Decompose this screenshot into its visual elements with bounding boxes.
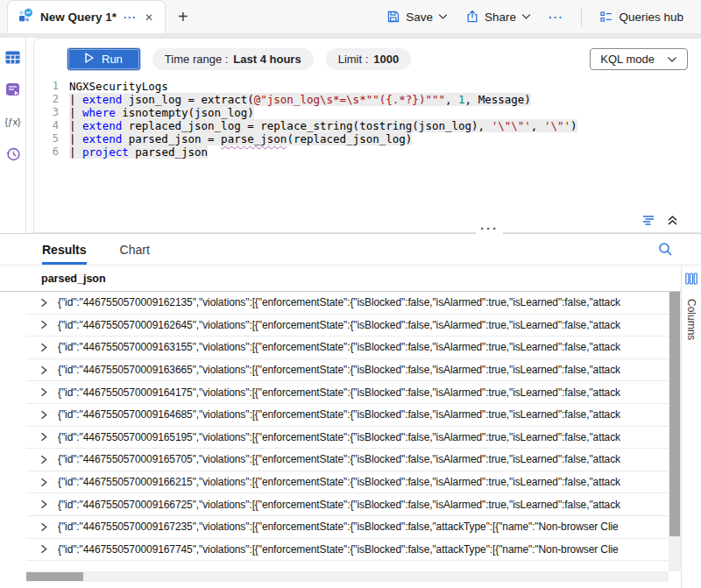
row-json-text: {"id":"4467550570009162645","violations"… [58, 319, 620, 331]
table-row[interactable]: {"id":"4467550570009166215","violations"… [26, 471, 669, 494]
save-button[interactable]: Save [381, 6, 453, 27]
grid-header-row[interactable]: parsed_json [0, 266, 681, 292]
results-view-settings-icon[interactable] [642, 215, 657, 226]
code-line[interactable]: 5| extend parsed_json = parse_json(repla… [34, 132, 700, 145]
query-mode-select[interactable]: KQL mode [590, 48, 688, 70]
play-icon [85, 53, 94, 66]
row-json-text: {"id":"4467550570009162135","violations"… [58, 296, 620, 308]
limit-picker[interactable]: Limit : 1000 [326, 48, 412, 70]
vertical-scrollbar-thumb[interactable] [669, 292, 680, 536]
table-row[interactable]: {"id":"4467550570009162135","violations"… [26, 292, 669, 315]
queryset-icon[interactable] [4, 81, 22, 98]
queries-hub-button[interactable]: Queries hub [594, 6, 689, 27]
tab-more-icon[interactable]: ··· [124, 11, 137, 24]
time-range-label: Time range : [165, 53, 229, 66]
expand-row-icon[interactable] [39, 432, 48, 442]
expand-row-icon[interactable] [39, 320, 48, 329]
table-row[interactable]: {"id":"4467550570009163155","violations"… [26, 337, 669, 359]
tab-title: New Query 1* [40, 11, 117, 24]
expand-row-icon[interactable] [39, 410, 48, 420]
run-button[interactable]: Run [67, 48, 140, 70]
line-number: 4 [34, 119, 69, 132]
row-json-text: {"id":"4467550570009164175","violations"… [58, 386, 620, 399]
more-actions-icon[interactable]: ··· [543, 11, 570, 24]
table-row[interactable]: {"id":"4467550570009167235","violations"… [26, 516, 669, 539]
left-icon-rail: {ƒx} [0, 38, 26, 233]
query-toolbar: Run Time range : Last 4 hours Limit : 10… [34, 39, 700, 78]
new-tab-button[interactable]: + [166, 8, 201, 25]
columns-panel-label: Columns [685, 299, 697, 340]
query-mode-value: KQL mode [600, 53, 655, 66]
code-editor[interactable]: 1NGXSecurityLogs2| extend json_log = ext… [34, 78, 700, 159]
query-tab[interactable]: New Query 1* ··· ✕ [7, 0, 166, 33]
search-icon[interactable] [658, 242, 673, 260]
tab-chart[interactable]: Chart [120, 234, 150, 265]
expand-row-icon[interactable] [39, 499, 48, 509]
table-row[interactable]: {"id":"4467550570009164175","violations"… [26, 381, 669, 404]
expand-row-icon[interactable] [39, 522, 48, 532]
tab-close-icon[interactable]: ✕ [144, 11, 154, 24]
table-row[interactable]: {"id":"4467550570009165705","violations"… [26, 449, 669, 471]
row-json-text: {"id":"4467550570009167745","violations"… [58, 543, 619, 556]
top-actions: Save Share ··· [381, 0, 701, 33]
row-json-text: {"id":"4467550570009166725","violations"… [58, 499, 620, 511]
share-label: Share [485, 11, 516, 24]
share-button[interactable]: Share [460, 6, 536, 27]
line-number: 5 [34, 132, 69, 145]
column-header-parsed-json[interactable]: parsed_json [41, 273, 106, 285]
table-row[interactable]: {"id":"4467550570009164685","violations"… [26, 404, 669, 427]
queries-hub-label: Queries hub [619, 11, 683, 24]
expand-row-icon[interactable] [39, 455, 48, 464]
line-number: 6 [34, 145, 69, 159]
time-range-picker[interactable]: Time range : Last 4 hours [152, 48, 314, 70]
save-chevron-down-icon [438, 13, 448, 20]
horizontal-scrollbar[interactable] [26, 571, 669, 582]
code-line[interactable]: 1NGXSecurityLogs [34, 80, 700, 93]
adx-query-icon [18, 8, 33, 26]
code-text: | extend parsed_json = parse_json(replac… [69, 132, 412, 145]
line-number: 2 [34, 93, 69, 106]
line-number: 1 [34, 80, 69, 93]
vertical-scrollbar[interactable] [669, 292, 681, 571]
share-icon [465, 10, 479, 24]
code-text: | project parsed_json [69, 145, 208, 159]
tables-icon[interactable] [4, 48, 22, 66]
results-rows: {"id":"4467550570009162135","violations"… [26, 292, 669, 571]
results-tabbar: Results Chart [0, 234, 701, 266]
line-number: 3 [34, 106, 69, 119]
expand-row-icon[interactable] [39, 343, 48, 352]
query-history-icon[interactable] [4, 145, 22, 163]
code-lines: 1NGXSecurityLogs2| extend json_log = ext… [34, 80, 700, 159]
query-editor-panel: Run Time range : Last 4 hours Limit : 10… [33, 38, 700, 233]
tab-bar: New Query 1* ··· ✕ + Save [0, 0, 701, 33]
expand-row-icon[interactable] [39, 478, 48, 487]
table-row[interactable]: {"id":"4467550570009167745","violations"… [26, 539, 669, 562]
row-json-text: {"id":"4467550570009165195","violations"… [58, 431, 620, 443]
code-line[interactable]: 3| where isnotempty(json_log) [34, 106, 700, 119]
expand-row-icon[interactable] [39, 544, 48, 554]
save-icon [386, 10, 400, 24]
table-row[interactable]: {"id":"4467550570009162645","violations"… [26, 315, 669, 337]
code-text: | extend json_log = extract(@"json_log\s… [69, 93, 531, 106]
expand-row-icon[interactable] [39, 298, 48, 308]
code-text: | where isnotempty(json_log) [69, 106, 254, 119]
queries-hub-icon [599, 10, 613, 24]
collapse-editor-icon[interactable] [667, 215, 678, 226]
row-json-text: {"id":"4467550570009165705","violations"… [58, 453, 620, 465]
tab-results[interactable]: Results [42, 234, 87, 265]
functions-icon[interactable]: {ƒx} [4, 113, 22, 131]
expand-row-icon[interactable] [39, 387, 48, 397]
row-json-text: {"id":"4467550570009163665","violations"… [58, 364, 620, 376]
mode-chevron-down-icon [667, 53, 677, 66]
code-line[interactable]: 4| extend replaced_json_log = replace_st… [34, 119, 700, 132]
code-line[interactable]: 2| extend json_log = extract(@"json_log\… [34, 93, 700, 106]
horizontal-scrollbar-thumb[interactable] [26, 572, 83, 581]
share-chevron-down-icon [521, 13, 531, 20]
table-row[interactable]: {"id":"4467550570009166725","violations"… [26, 493, 669, 516]
run-label: Run [102, 53, 123, 66]
code-line[interactable]: 6| project parsed_json [34, 145, 700, 159]
expand-row-icon[interactable] [39, 365, 48, 375]
table-row[interactable]: {"id":"4467550570009165195","violations"… [26, 427, 669, 450]
table-row[interactable]: {"id":"4467550570009163665","violations"… [26, 359, 669, 382]
columns-panel-toggle[interactable]: Columns [681, 266, 701, 588]
